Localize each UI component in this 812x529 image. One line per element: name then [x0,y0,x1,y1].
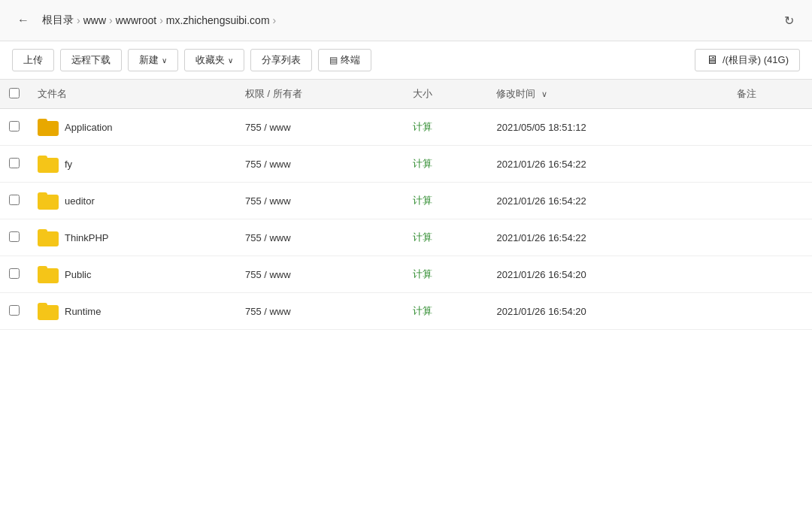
breadcrumb-sep-1: › [77,14,80,26]
terminal-button[interactable]: ▤ 终端 [318,49,371,71]
row-checkbox[interactable] [9,305,20,316]
row-name-cell[interactable]: ueditor [29,183,236,219]
row-name-cell[interactable]: ThinkPHP [29,219,236,256]
row-checkbox-cell[interactable] [0,219,29,256]
breadcrumb-sep-3: › [159,14,163,26]
terminal-icon: ▤ [329,55,338,65]
row-permissions: 755 / www [236,219,404,256]
row-size[interactable]: 计算 [404,146,488,183]
breadcrumb-domain[interactable]: mx.zhichengsuibi.com [166,14,270,26]
row-notes [728,293,812,330]
new-caret-icon: ∨ [162,56,167,65]
folder-icon [38,192,59,210]
row-notes [728,146,812,183]
back-button[interactable]: ← [12,9,35,32]
breadcrumb-wwwroot[interactable]: wwwroot [116,14,156,26]
row-checkbox[interactable] [9,121,20,131]
table-row: fy 755 / www 计算 2021/01/26 16:54:22 [0,146,812,183]
upload-button[interactable]: 上传 [12,49,54,71]
favorites-caret-icon: ∨ [228,56,233,65]
row-modified: 2021/01/26 16:54:20 [487,293,728,330]
row-checkbox-cell[interactable] [0,183,29,219]
col-size: 大小 [404,80,488,109]
sort-icon: ∨ [541,89,547,98]
table-row: Application 755 / www 计算 2021/05/05 18:5… [0,109,812,146]
toolbar: 上传 远程下载 新建 ∨ 收藏夹 ∨ 分享列表 ▤ 终端 🖥 /(根目录) (4… [0,41,812,80]
row-size[interactable]: 计算 [404,109,488,146]
table-row: Runtime 755 / www 计算 2021/01/26 16:54:20 [0,293,812,330]
file-name[interactable]: Application [65,122,113,133]
file-table: 文件名 权限 / 所有者 大小 修改时间 ∨ 备注 Application 75… [0,80,812,330]
new-button[interactable]: 新建 ∨ [128,49,178,71]
col-modified[interactable]: 修改时间 ∨ [487,80,728,109]
row-permissions: 755 / www [236,183,404,219]
reload-button[interactable]: ↻ [777,9,800,32]
share-list-button[interactable]: 分享列表 [250,49,312,71]
row-checkbox[interactable] [9,231,20,242]
file-name[interactable]: fy [65,159,72,170]
row-name-cell[interactable]: fy [29,146,236,183]
breadcrumb-sep-2: › [109,14,113,26]
row-modified: 2021/01/26 16:54:22 [487,219,728,256]
folder-icon [38,265,59,283]
col-permissions: 权限 / 所有者 [236,80,404,109]
folder-icon [38,228,59,246]
row-checkbox[interactable] [9,195,20,205]
row-notes [728,256,812,293]
favorites-button[interactable]: 收藏夹 ∨ [184,49,244,71]
breadcrumb-sep-4: › [273,14,277,26]
row-name-cell[interactable]: Runtime [29,293,236,330]
folder-icon [38,155,59,173]
breadcrumb-root[interactable]: 根目录 [42,14,74,27]
disk-info-button[interactable]: 🖥 /(根目录) (41G) [695,49,800,71]
row-name-cell[interactable]: Application [29,109,236,146]
row-notes [728,219,812,256]
row-modified: 2021/05/05 18:51:12 [487,109,728,146]
folder-icon [38,118,59,136]
row-name-cell[interactable]: Public [29,256,236,293]
row-notes [728,109,812,146]
row-permissions: 755 / www [236,146,404,183]
select-all-header[interactable] [0,80,29,109]
table-header-row: 文件名 权限 / 所有者 大小 修改时间 ∨ 备注 [0,80,812,109]
folder-icon [38,302,59,320]
remote-download-button[interactable]: 远程下载 [60,49,122,71]
breadcrumb: 根目录 › www › wwwroot › mx.zhichengsuibi.c… [42,14,770,27]
row-permissions: 755 / www [236,109,404,146]
col-notes: 备注 [728,80,812,109]
row-checkbox-cell[interactable] [0,293,29,330]
row-checkbox[interactable] [9,268,20,279]
row-permissions: 755 / www [236,293,404,330]
breadcrumb-www[interactable]: www [83,14,106,26]
row-checkbox[interactable] [9,158,20,168]
address-bar: ← 根目录 › www › wwwroot › mx.zhichengsuibi… [0,0,812,41]
row-size[interactable]: 计算 [404,219,488,256]
row-modified: 2021/01/26 16:54:22 [487,146,728,183]
table-row: Public 755 / www 计算 2021/01/26 16:54:20 [0,256,812,293]
row-modified: 2021/01/26 16:54:20 [487,256,728,293]
row-checkbox-cell[interactable] [0,109,29,146]
row-checkbox-cell[interactable] [0,146,29,183]
disk-icon: 🖥 [706,53,718,67]
row-size[interactable]: 计算 [404,256,488,293]
row-checkbox-cell[interactable] [0,256,29,293]
table-row: ueditor 755 / www 计算 2021/01/26 16:54:22 [0,183,812,219]
file-name[interactable]: ThinkPHP [65,232,109,243]
row-permissions: 755 / www [236,256,404,293]
row-notes [728,183,812,219]
row-modified: 2021/01/26 16:54:22 [487,183,728,219]
col-name: 文件名 [29,80,236,109]
file-name[interactable]: ueditor [65,195,95,207]
table-row: ThinkPHP 755 / www 计算 2021/01/26 16:54:2… [0,219,812,256]
file-name[interactable]: Runtime [65,306,101,317]
row-size[interactable]: 计算 [404,293,488,330]
file-name[interactable]: Public [65,269,91,280]
row-size[interactable]: 计算 [404,183,488,219]
select-all-checkbox[interactable] [9,88,20,98]
